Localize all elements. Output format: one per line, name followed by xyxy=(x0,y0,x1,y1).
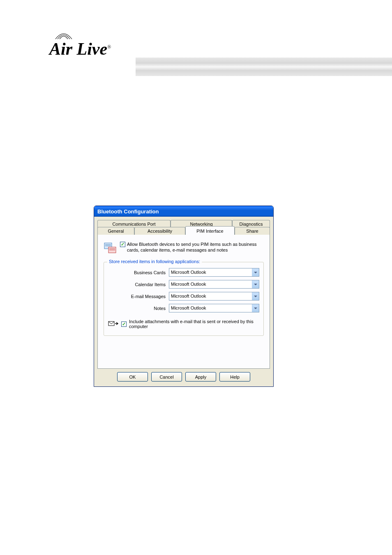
titlebar: Bluetooth Configuration xyxy=(94,206,273,217)
help-button[interactable]: Help xyxy=(219,372,250,382)
logo: Air Live® xyxy=(49,39,131,64)
apply-button[interactable]: Apply xyxy=(185,372,216,382)
tab-content: Allow Bluetooth devices to send you PIM … xyxy=(97,235,270,369)
dialog-title: Bluetooth Configuration xyxy=(97,208,159,215)
tabs-front-row: General Accessibility PIM Interface Shar… xyxy=(97,227,270,235)
button-row: OK Cancel Apply Help xyxy=(97,372,270,382)
chevron-down-icon xyxy=(252,292,259,300)
include-attachments-checkbox[interactable] xyxy=(121,321,127,327)
allow-row: Allow Bluetooth devices to send you PIM … xyxy=(104,241,264,254)
chevron-down-icon xyxy=(252,268,259,276)
select-calendar-items[interactable]: Microsoft Outlook xyxy=(169,280,259,289)
groupbox-title: Store received items in following applic… xyxy=(107,259,202,264)
wifi-icon xyxy=(53,32,74,40)
header-stripe xyxy=(136,58,392,76)
field-notes: Notes Microsoft Outlook xyxy=(108,304,259,312)
allow-pim-label: Allow Bluetooth devices to send you PIM … xyxy=(127,241,264,253)
field-calendar-items: Calendar Items Microsoft Outlook xyxy=(108,280,259,289)
field-email-messages: E-mail Messages Microsoft Outlook xyxy=(108,292,259,301)
tab-pim-interface[interactable]: PIM Interface xyxy=(185,226,235,235)
chevron-down-icon xyxy=(252,280,259,288)
allow-checkbox-wrap: Allow Bluetooth devices to send you PIM … xyxy=(120,241,264,253)
label-email-messages: E-mail Messages xyxy=(108,294,169,299)
label-calendar-items: Calendar Items xyxy=(108,282,169,287)
logo-text: Air Live® xyxy=(49,39,111,58)
pim-icon xyxy=(104,241,117,254)
ok-button[interactable]: OK xyxy=(117,372,148,382)
select-email-messages[interactable]: Microsoft Outlook xyxy=(169,292,259,301)
field-business-cards: Business Cards Microsoft Outlook xyxy=(108,268,259,277)
chevron-down-icon xyxy=(252,304,259,312)
attach-row: Include attachments with e-mail that is … xyxy=(108,319,259,329)
label-notes: Notes xyxy=(108,306,169,311)
bluetooth-config-dialog: Bluetooth Configuration Communications P… xyxy=(94,206,274,387)
cancel-button[interactable]: Cancel xyxy=(151,372,182,382)
tab-accessibility[interactable]: Accessibility xyxy=(134,227,185,235)
tab-general[interactable]: General xyxy=(97,227,134,235)
dialog-body: Communications Port Networking Diagnosti… xyxy=(94,217,273,386)
include-attachments-label: Include attachments with e-mail that is … xyxy=(129,319,259,329)
label-business-cards: Business Cards xyxy=(108,270,169,275)
tab-share[interactable]: Share xyxy=(235,227,270,235)
select-business-cards[interactable]: Microsoft Outlook xyxy=(169,268,259,277)
store-items-groupbox: Store received items in following applic… xyxy=(104,262,264,336)
allow-pim-checkbox[interactable] xyxy=(120,242,125,247)
mail-arrow-icon xyxy=(108,321,119,327)
select-notes[interactable]: Microsoft Outlook xyxy=(169,304,259,312)
